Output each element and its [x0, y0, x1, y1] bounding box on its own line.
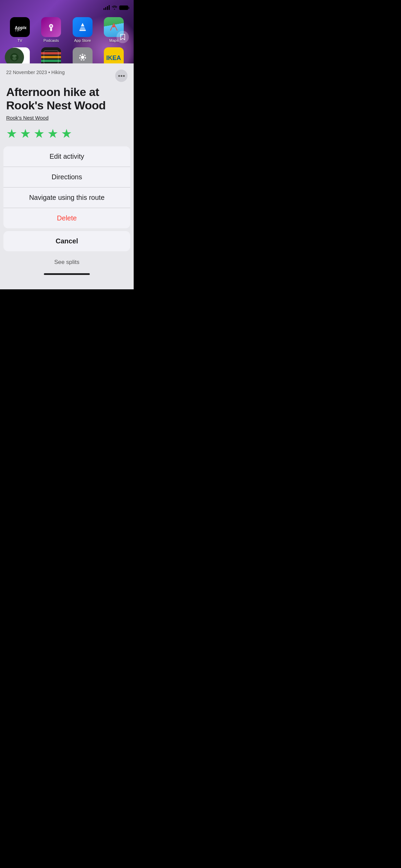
app-appstore[interactable]: App Store [70, 17, 95, 43]
stars-row: ★ ★ ★ ★ ★ [0, 124, 134, 146]
dot-1 [118, 75, 120, 77]
action-sheet-main: Edit activity Directions Navigate using … [3, 146, 130, 228]
bookmark-button[interactable] [117, 31, 129, 43]
appstore-icon [73, 17, 93, 37]
star-3[interactable]: ★ [34, 126, 45, 141]
app-settings[interactable]: Settings [70, 47, 95, 63]
app-tv[interactable]: Apple TV+ TV [8, 17, 32, 43]
activity-meta: 22 November 2023 • Hiking [6, 70, 65, 75]
see-splits-button[interactable]: See splits [0, 254, 134, 270]
svg-point-13 [81, 56, 84, 59]
ikea-icon: IKEA [104, 47, 124, 63]
activity-type: Hiking [51, 70, 65, 75]
star-2[interactable]: ★ [20, 126, 31, 141]
star-4[interactable]: ★ [47, 126, 58, 141]
directions-button[interactable]: Directions [3, 167, 130, 188]
activity-location: Rook's Nest Wood [0, 114, 134, 124]
appstore-label: App Store [74, 38, 91, 43]
podcasts-label: Podcasts [44, 38, 59, 43]
activity-header: 22 November 2023 • Hiking [0, 63, 134, 82]
star-1[interactable]: ★ [6, 126, 17, 141]
edit-activity-button[interactable]: Edit activity [3, 146, 130, 167]
navigate-route-button[interactable]: Navigate using this route [3, 188, 130, 208]
dot-2 [121, 75, 122, 77]
content-section: 22 November 2023 • Hiking Afternoon hike… [0, 63, 134, 289]
settings-icon [73, 47, 93, 63]
more-options-button[interactable] [115, 70, 127, 82]
home-indicator [44, 273, 90, 275]
svg-point-22 [12, 57, 16, 60]
activity-date: 22 November 2023 [6, 70, 47, 75]
battery-icon [119, 5, 128, 10]
tv-label: TV [17, 38, 22, 43]
activity-separator: • [48, 70, 51, 75]
svg-text:TV+: TV+ [15, 28, 21, 32]
homescreen: Apple TV+ TV Podcasts [0, 0, 134, 63]
app-row-1: Apple TV+ TV Podcasts [0, 15, 134, 45]
wallet-icon [41, 47, 61, 63]
wifi-icon [112, 5, 117, 10]
status-bar [0, 0, 134, 15]
delete-button[interactable]: Delete [3, 208, 130, 228]
tv-icon: Apple TV+ [10, 17, 30, 37]
svg-point-7 [113, 25, 115, 27]
svg-point-5 [50, 25, 52, 27]
dot-3 [123, 75, 125, 77]
app-podcasts[interactable]: Podcasts [39, 17, 63, 43]
activity-title: Afternoon hike at Rook's Nest Wood [0, 82, 134, 114]
star-5[interactable]: ★ [61, 126, 72, 141]
action-sheet: Edit activity Directions Navigate using … [0, 146, 134, 251]
svg-text:IKEA: IKEA [106, 55, 121, 61]
app-ikea[interactable]: IKEA IKEA [101, 47, 126, 63]
cancel-button[interactable]: Cancel [3, 231, 130, 251]
podcasts-icon [41, 17, 61, 37]
signal-icon [104, 5, 110, 10]
svg-rect-4 [50, 28, 52, 31]
app-wallet[interactable]: Wallet [39, 47, 63, 63]
location-link[interactable]: Rook's Nest Wood [6, 115, 48, 121]
